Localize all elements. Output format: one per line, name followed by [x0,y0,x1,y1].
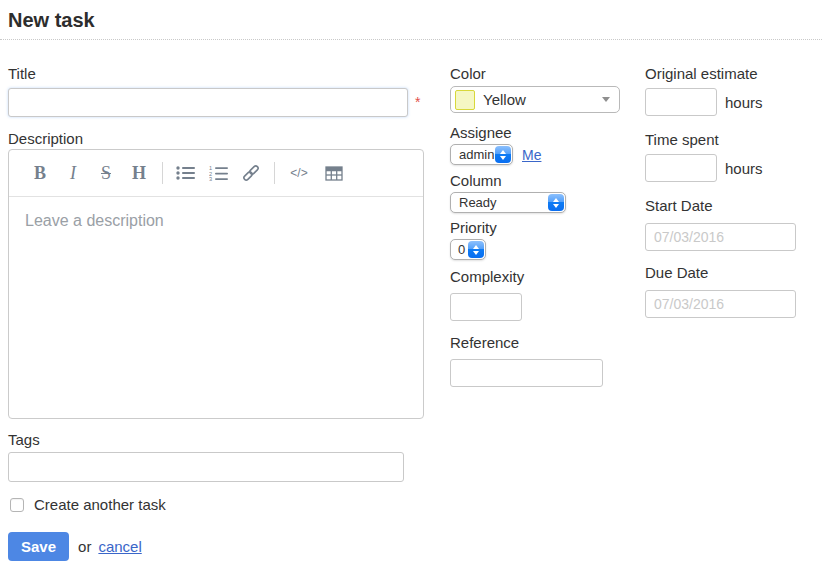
unordered-list-icon [176,165,195,181]
italic-button[interactable]: I [62,160,84,186]
create-another-label: Create another task [34,496,166,513]
original-estimate-row: hours [645,88,822,116]
cancel-link[interactable]: cancel [98,538,141,555]
heading-button[interactable]: H [128,160,150,186]
ordered-list-icon: 1 2 3 [209,165,228,182]
original-estimate-input[interactable] [645,88,717,116]
color-select[interactable]: Yellow [450,86,620,113]
color-label: Color [450,65,630,83]
table-button[interactable] [323,160,345,186]
toolbar-divider [162,162,163,184]
select-stepper-icon [468,241,484,258]
toolbar-divider [274,162,275,184]
page-header: New task [0,0,822,40]
color-swatch [455,90,475,110]
required-asterisk: * [415,94,420,110]
description-label: Description [8,130,428,148]
assignee-label: Assignee [450,124,630,142]
description-textarea[interactable]: Leave a description [9,197,423,418]
original-estimate-unit: hours [725,94,763,111]
create-another-checkbox[interactable] [10,498,24,512]
priority-select[interactable]: 0 [450,239,486,260]
time-spent-input[interactable] [645,154,717,182]
strikethrough-button[interactable]: S [95,160,117,186]
reference-input[interactable] [450,359,603,387]
link-button[interactable] [240,160,262,186]
title-row: * [8,88,428,117]
select-stepper-icon [495,146,511,163]
assignee-selected-value: admin [459,147,494,162]
code-button[interactable]: </> [286,160,312,186]
tags-input[interactable] [8,452,404,482]
column-select[interactable]: Ready [450,192,566,213]
assignee-row: admin Me [450,144,630,165]
description-editor: B I S H [8,149,424,419]
select-stepper-icon [548,194,564,211]
original-estimate-label: Original estimate [645,65,822,83]
reference-label: Reference [450,334,630,352]
title-label: Title [8,65,428,83]
bold-button[interactable]: B [29,160,51,186]
table-icon [325,166,343,181]
unordered-list-button[interactable] [174,160,196,186]
complexity-input[interactable] [450,293,522,321]
left-column: Title * Description B I S H [8,57,428,561]
time-spent-label: Time spent [645,131,822,149]
chevron-down-icon [602,97,610,102]
start-date-input[interactable] [645,223,796,251]
assign-to-me-link[interactable]: Me [522,147,541,163]
title-input[interactable] [8,88,408,117]
column-label: Column [450,172,630,190]
middle-column: Color Yellow Assignee admin Me Column Re… [450,57,630,387]
assignee-select[interactable]: admin [450,144,513,165]
due-date-input[interactable] [645,290,796,318]
column-selected-value: Ready [459,195,497,210]
link-icon [242,164,260,182]
save-button[interactable]: Save [8,532,69,561]
time-spent-unit: hours [725,160,763,177]
due-date-label: Due Date [645,264,822,282]
editor-toolbar: B I S H [9,150,423,197]
start-date-label: Start Date [645,197,822,215]
svg-text:3: 3 [209,176,212,182]
right-column: Original estimate hours Time spent hours… [645,57,822,318]
complexity-label: Complexity [450,268,630,286]
color-selected-value: Yellow [483,91,526,108]
or-text: or [78,538,91,555]
priority-label: Priority [450,219,630,237]
priority-selected-value: 0 [458,242,465,257]
description-placeholder: Leave a description [25,212,164,229]
new-task-page: New task Title * Description B I S H [0,0,822,569]
ordered-list-button[interactable]: 1 2 3 [207,160,229,186]
tags-label: Tags [8,431,428,449]
form-actions: Save or cancel [8,532,428,561]
page-title: New task [8,9,814,32]
create-another-row: Create another task [8,496,428,513]
time-spent-row: hours [645,154,822,182]
